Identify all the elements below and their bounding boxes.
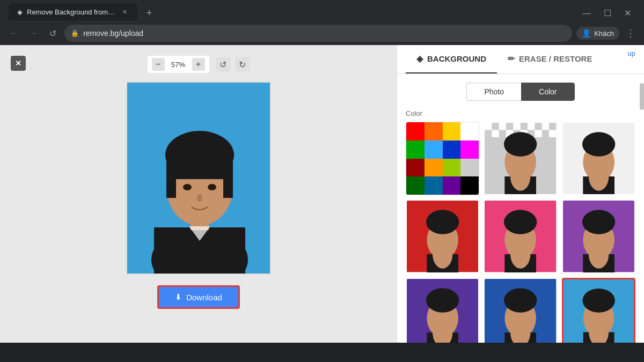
plus-icon: + <box>196 60 201 69</box>
palette-white[interactable] <box>460 122 479 141</box>
zoom-in-button[interactable]: + <box>192 58 205 71</box>
account-icon: 👤 <box>582 29 591 38</box>
lock-icon: 🔒 <box>71 29 79 37</box>
palette-green[interactable] <box>406 141 425 159</box>
color-palette[interactable] <box>406 122 479 195</box>
minus-icon: − <box>156 60 160 69</box>
new-tab-button[interactable]: + <box>142 5 157 20</box>
refresh-button[interactable]: ↺ <box>45 26 60 41</box>
palette-purple[interactable] <box>443 176 461 195</box>
url-text: remove.bg/upload <box>83 29 143 38</box>
palette-gray[interactable] <box>460 159 479 177</box>
window-controls: — ☐ ✕ <box>578 6 635 20</box>
palette-lightblue[interactable] <box>425 141 443 159</box>
undo-button[interactable]: ↺ <box>216 57 231 72</box>
download-button[interactable]: ⬇ Download <box>157 285 240 309</box>
download-icon: ⬇ <box>175 292 182 302</box>
panel-content: Photo Color Color <box>397 74 644 343</box>
tab-erase-restore[interactable]: ✏ ERASE / RESTORE <box>497 45 603 73</box>
account-button[interactable]: 👤 Khách <box>576 27 619 40</box>
svg-rect-12 <box>223 166 233 198</box>
svg-point-40 <box>504 210 537 234</box>
svg-rect-11 <box>166 166 176 198</box>
thumbnail-row-2 <box>406 200 635 273</box>
person-image <box>127 83 271 275</box>
address-bar: ← → ↺ 🔒 remove.bg/upload 👤 Khách ⋮ <box>0 21 644 45</box>
editor-panel: ✕ − 57% + ↺ ↻ <box>0 45 397 343</box>
palette-darkgreen[interactable] <box>406 176 425 195</box>
palette-darkred[interactable] <box>406 159 425 177</box>
svg-rect-18 <box>542 123 549 130</box>
undo-redo-controls: ↺ ↻ <box>216 57 250 72</box>
svg-point-9 <box>197 194 202 202</box>
palette-blue[interactable] <box>443 141 461 159</box>
background-tab-icon: ◈ <box>416 54 423 64</box>
tab-bar: ◈ Remove Background from Image... ✕ + — … <box>4 1 640 20</box>
palette-yellow[interactable] <box>443 122 461 141</box>
account-label: Khách <box>594 29 614 38</box>
palette-lime[interactable] <box>443 159 461 177</box>
redo-button[interactable]: ↻ <box>235 57 250 72</box>
tab-favicon: ◈ <box>17 8 23 16</box>
svg-point-55 <box>504 288 537 312</box>
svg-rect-22 <box>535 130 542 137</box>
zoom-out-button[interactable]: − <box>152 58 165 71</box>
main-image <box>126 82 271 275</box>
svg-point-50 <box>426 288 459 312</box>
erase-tab-label: ERASE / RESTORE <box>519 54 592 63</box>
transparent-bg-image <box>485 123 556 194</box>
close-editor-button[interactable]: ✕ <box>11 56 26 71</box>
zoom-control: − 57% + <box>148 56 209 73</box>
svg-point-35 <box>426 210 459 234</box>
undo-icon: ↺ <box>219 60 226 70</box>
palette-teal[interactable] <box>425 176 443 195</box>
maximize-button[interactable]: ☐ <box>599 6 616 20</box>
minimize-button[interactable]: — <box>578 6 595 20</box>
thumbnail-white[interactable] <box>562 122 635 195</box>
redo-icon: ↻ <box>239 60 246 70</box>
back-button[interactable]: ← <box>6 26 21 41</box>
tab-title: Remove Background from Image... <box>27 8 116 16</box>
tab-background[interactable]: ◈ BACKGROUND <box>406 45 497 73</box>
thumbnail-purple[interactable] <box>562 200 635 273</box>
palette-black[interactable] <box>460 176 479 195</box>
svg-point-7 <box>183 184 192 190</box>
svg-rect-17 <box>528 123 535 130</box>
svg-point-45 <box>582 210 615 234</box>
svg-rect-23 <box>549 130 556 137</box>
svg-point-42 <box>510 240 530 269</box>
download-label: Download <box>186 293 222 302</box>
thumbnail-dark-teal[interactable] <box>484 278 557 343</box>
thumbnail-red[interactable] <box>406 200 479 273</box>
svg-point-30 <box>582 132 615 156</box>
photo-color-toggle: Photo Color <box>406 83 635 101</box>
thumbnail-dark-purple[interactable] <box>406 278 479 343</box>
thumbnail-blue-selected[interactable] <box>562 278 635 343</box>
panel-header: ◈ BACKGROUND ✏ ERASE / RESTORE <box>397 45 644 74</box>
svg-rect-15 <box>499 123 506 130</box>
active-tab[interactable]: ◈ Remove Background from Image... ✕ <box>9 3 137 20</box>
palette-magenta[interactable] <box>460 141 479 159</box>
url-bar[interactable]: 🔒 remove.bg/upload <box>64 25 572 42</box>
palette-amber[interactable] <box>425 159 443 177</box>
svg-rect-14 <box>485 123 492 130</box>
svg-point-25 <box>504 132 537 156</box>
browser-menu-button[interactable]: ⋮ <box>624 25 638 41</box>
palette-orange[interactable] <box>425 122 443 141</box>
forward-button[interactable]: → <box>26 26 41 41</box>
content-area: ✕ − 57% + ↺ ↻ <box>0 45 644 343</box>
background-tab-label: BACKGROUND <box>427 54 486 63</box>
signup-hint[interactable]: up <box>619 45 644 62</box>
photo-toggle-button[interactable]: Photo <box>466 83 521 101</box>
thumbnail-pink[interactable] <box>484 200 557 273</box>
zoom-value: 57% <box>169 61 188 69</box>
svg-point-60 <box>582 289 614 313</box>
palette-red[interactable] <box>406 122 425 141</box>
tab-close-icon[interactable]: ✕ <box>120 8 129 16</box>
close-window-button[interactable]: ✕ <box>620 6 635 20</box>
thumbnail-transparent[interactable] <box>484 122 557 195</box>
white-bg-image <box>563 123 634 194</box>
first-row <box>406 122 635 195</box>
thumbnail-row-3 <box>406 278 635 343</box>
color-toggle-button[interactable]: Color <box>521 83 574 101</box>
